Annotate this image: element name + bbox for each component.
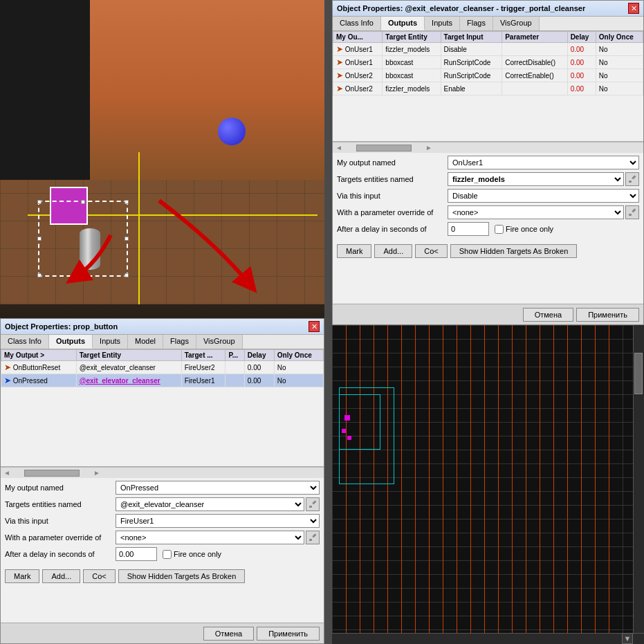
table-row[interactable]: ➤ OnPressed @exit_elevator_cleanser Fire… (1, 374, 324, 387)
prop-right-hscrollbar[interactable]: ◄ ► (333, 142, 643, 153)
tab-flags-bottom[interactable]: Flags (163, 335, 196, 349)
mark-button-r[interactable]: Mark (337, 244, 371, 258)
table-row[interactable]: ➤ OnUser2 bboxcast RunScriptCode Correct… (333, 69, 643, 82)
output-select[interactable]: OnPressed (116, 481, 320, 495)
delay-input-r[interactable] (448, 222, 489, 236)
prop-right-table: My Ou... Target Entity Target Input Para… (333, 31, 643, 95)
copy-button[interactable]: Co< (83, 569, 116, 583)
map-line-orange8 (443, 325, 443, 644)
show-hidden-button[interactable]: Show Hidden Targets As Broken (118, 569, 246, 583)
apply-button-bottom[interactable]: Применить (257, 627, 320, 641)
output-select-container-r: OnUser1 (448, 156, 639, 169)
hscroll-thumb-right[interactable] (356, 145, 412, 151)
map-scroll-down-button[interactable]: ▼ (622, 633, 633, 644)
tab-classinfo-right[interactable]: Class Info (333, 17, 381, 30)
tab-outputs-right[interactable]: Outputs (381, 17, 425, 30)
prop-right-form: My output named OnUser1 Targets entities… (333, 153, 643, 241)
eyedropper-button-r[interactable] (625, 172, 639, 186)
prop-right-button-bar: Mark Add... Co< Show Hidden Targets As B… (333, 241, 643, 261)
map-line-orange20 (609, 325, 609, 644)
input-select[interactable]: FireUser1 (116, 514, 320, 528)
map-scrollbar-right[interactable] (633, 325, 644, 644)
table-row[interactable]: ➤ OnUser1 bboxcast RunScriptCode Correct… (333, 56, 643, 69)
yellow-line-v (138, 152, 140, 304)
col-header-once-r[interactable]: Only Once (596, 32, 643, 43)
cell-input: FireUser2 (181, 361, 226, 374)
col-header-param-r[interactable]: Parameter (502, 32, 567, 43)
delay-input[interactable] (116, 547, 157, 561)
param-label: With a parameter override of (5, 533, 116, 542)
cancel-button-bottom[interactable]: Отмена (203, 627, 254, 641)
col-header-param-b[interactable]: P... (226, 350, 244, 361)
cell-once: No (274, 374, 323, 387)
param-eyedropper-icon-r (628, 208, 636, 217)
param-select-r[interactable]: <none> (448, 205, 624, 219)
prop-bottom-button-bar: Mark Add... Co< Show Hidden Targets As B… (1, 567, 324, 586)
mark-button[interactable]: Mark (5, 569, 39, 583)
fire-once-checkbox-r[interactable] (495, 225, 504, 234)
target-select-r[interactable]: fizzler_models (448, 172, 624, 186)
eyedropper-button[interactable] (306, 497, 320, 511)
cell-delay: 0.00 (244, 361, 274, 374)
fire-once-checkbox[interactable] (163, 550, 172, 559)
table-row[interactable]: ➤ OnUser1 fizzler_models Disable 0.00 No (333, 43, 643, 56)
cell-target: bboxcast (383, 69, 441, 82)
col-header-input-r[interactable]: Target Input (441, 32, 502, 43)
col-header-output-r[interactable]: My Ou... (333, 32, 383, 43)
apply-button-right[interactable]: Применить (576, 308, 639, 322)
tab-flags-right[interactable]: Flags (460, 17, 493, 30)
handle-bm (81, 273, 85, 277)
map-scrollbar-bottom[interactable]: ▼ (332, 633, 644, 644)
output-select-r[interactable]: OnUser1 (448, 156, 639, 169)
map-line-orange14 (526, 325, 526, 644)
copy-button-r[interactable]: Co< (415, 244, 448, 258)
prop-bottom-close-button[interactable]: ✕ (309, 321, 320, 332)
target-select[interactable]: @exit_elevator_cleanser (116, 497, 304, 511)
map-prop-magenta3 (347, 436, 351, 440)
input-select-container-r: Disable (448, 189, 639, 203)
col-header-once-b[interactable]: Only Once (274, 350, 323, 361)
col-header-output-b[interactable]: My Output > (1, 350, 77, 361)
map-line-orange12 (498, 325, 499, 644)
tab-visgroup-right[interactable]: VisGroup (493, 17, 540, 30)
tab-inputs-right[interactable]: Inputs (425, 17, 460, 30)
cell-param (502, 43, 567, 56)
prop-bottom-hscrollbar[interactable]: ◄ ► (1, 467, 324, 478)
tab-classinfo-bottom[interactable]: Class Info (1, 335, 49, 349)
col-header-input-b[interactable]: Target ... (181, 350, 226, 361)
map-line-orange15 (540, 325, 540, 644)
table-row[interactable]: ➤ OnButtonReset @exit_elevator_cleanser … (1, 361, 324, 374)
col-header-target-b[interactable]: Target Entity (76, 350, 181, 361)
cell-output: ➤ OnUser2 (333, 69, 383, 82)
handle-bl (37, 273, 42, 277)
handle-mr (125, 237, 129, 241)
col-header-delay-r[interactable]: Delay (567, 32, 596, 43)
prop-right-title: Object Properties: @exit_elevator_cleans… (337, 4, 585, 12)
delay-label: After a delay in seconds of (5, 550, 116, 558)
cancel-button-right[interactable]: Отмена (523, 308, 573, 322)
map-line-orange2 (360, 325, 360, 644)
param-select[interactable]: <none> (116, 531, 304, 544)
add-button[interactable]: Add... (42, 569, 80, 583)
col-header-delay-b[interactable]: Delay (244, 350, 274, 361)
add-button-r[interactable]: Add... (374, 244, 412, 258)
table-row[interactable]: ➤ OnUser2 fizzler_models Enable 0.00 No (333, 82, 643, 95)
tab-inputs-bottom[interactable]: Inputs (93, 335, 128, 349)
handle-tm (81, 200, 85, 204)
prop-right-close-button[interactable]: ✕ (628, 3, 639, 14)
show-hidden-button-r[interactable]: Show Hidden Targets As Broken (450, 244, 578, 258)
map-view[interactable]: ▼ (332, 325, 644, 644)
hscroll-thumb[interactable] (24, 470, 80, 477)
svg-rect-5 (632, 175, 636, 179)
col-header-target-r[interactable]: Target Entity (383, 32, 441, 43)
param-eyedropper-button-r[interactable] (625, 205, 639, 219)
param-eyedropper-button[interactable] (306, 531, 320, 544)
arrow-blue-icon: ➤ (4, 376, 11, 385)
map-scrollbar-thumb[interactable] (634, 353, 643, 394)
param-select-container: <none> (116, 531, 320, 544)
tab-outputs-bottom[interactable]: Outputs (49, 335, 93, 349)
tab-model-bottom[interactable]: Model (128, 335, 163, 349)
tab-visgroup-bottom[interactable]: VisGroup (196, 335, 243, 349)
input-select-r[interactable]: Disable (448, 189, 639, 203)
svg-rect-6 (629, 181, 632, 183)
